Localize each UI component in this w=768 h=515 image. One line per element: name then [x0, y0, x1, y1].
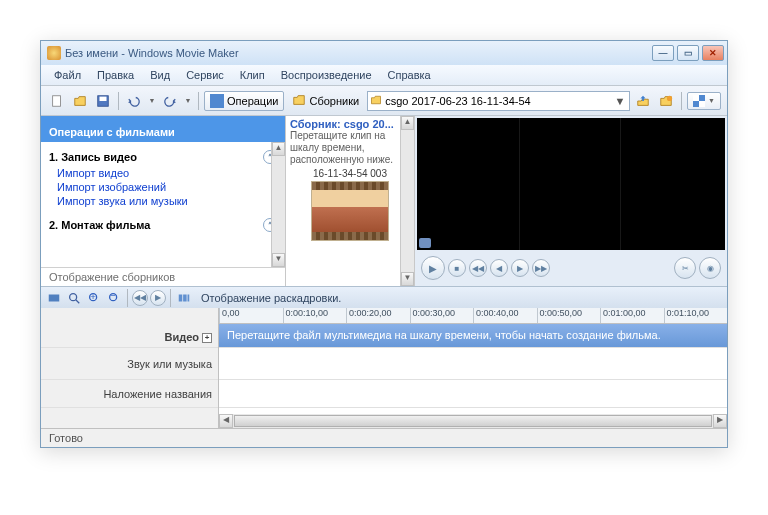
menu-clip[interactable]: Клип [233, 67, 272, 83]
menu-edit[interactable]: Правка [90, 67, 141, 83]
svg-rect-0 [53, 95, 61, 106]
svg-rect-11 [179, 294, 183, 301]
track-labels: Видео + Звук или музыка Наложение назван… [41, 308, 219, 428]
play-button[interactable]: ▶ [421, 256, 445, 280]
video-track[interactable]: Перетащите файл мультимедиа на шкалу вре… [219, 324, 727, 348]
scroll-down-icon[interactable]: ▼ [272, 253, 285, 267]
timeline-body[interactable]: 0,00 0:00:10,00 0:00:20,00 0:00:30,00 0:… [219, 308, 727, 428]
section-edit: 2. Монтаж фильма ˄ [49, 218, 277, 232]
open-button[interactable] [70, 91, 90, 111]
storyboard-label[interactable]: Отображение раскадровки. [201, 292, 341, 304]
folder-icon [292, 93, 306, 109]
timeline-view-button[interactable] [45, 289, 63, 307]
next-button[interactable]: ▶▶ [532, 259, 550, 277]
audio-track[interactable] [219, 348, 727, 380]
preview-monitor [417, 118, 725, 250]
zoom-tool-button[interactable] [65, 289, 83, 307]
clip-thumbnail[interactable] [311, 181, 389, 241]
menu-view[interactable]: Вид [143, 67, 177, 83]
preview-pane: ▶ ■ ◀◀ ◀ ▶ ▶▶ ✂ ◉ [415, 116, 727, 286]
menu-help[interactable]: Справка [381, 67, 438, 83]
separator [127, 289, 128, 307]
task-import-video[interactable]: Импорт видео [49, 166, 277, 180]
zoom-out-button[interactable]: − [105, 289, 123, 307]
tasks-pane: Операции с фильмами 1. Запись видео ˄ Им… [41, 116, 285, 286]
folder-icon [370, 94, 382, 108]
forward-button[interactable]: ▶ [511, 259, 529, 277]
track-label-audio: Звук или музыка [41, 348, 218, 380]
scroll-up-icon[interactable]: ▲ [401, 116, 414, 130]
undo-dropdown-icon[interactable]: ▼ [147, 91, 157, 111]
expand-icon[interactable]: + [202, 333, 212, 343]
title-track[interactable] [219, 380, 727, 408]
svg-rect-13 [188, 294, 190, 301]
main-area: Операции с фильмами 1. Запись видео ˄ Им… [41, 116, 727, 286]
status-bar: Готово [41, 428, 727, 447]
task-import-audio[interactable]: Импорт звука или музыки [49, 194, 277, 208]
scroll-left-icon[interactable]: ◀ [219, 414, 233, 428]
timeline: Видео + Звук или музыка Наложение назван… [41, 308, 727, 428]
seek-handle[interactable] [419, 238, 431, 248]
app-window: Без имени - Windows Movie Maker — ▭ ✕ Фа… [40, 40, 728, 448]
separator [118, 92, 119, 110]
split-button[interactable]: ✂ [674, 257, 696, 279]
tasks-scrollbar[interactable]: ▲ ▼ [271, 142, 285, 267]
chevron-down-icon: ▼ [708, 97, 715, 104]
menu-file[interactable]: Файл [47, 67, 88, 83]
tl-rewind-button[interactable]: ◀◀ [132, 290, 148, 306]
tick: 0:00:20,00 [346, 308, 410, 323]
tasks-header: Операции с фильмами [41, 116, 285, 142]
tl-play-button[interactable]: ▶ [150, 290, 166, 306]
track-label-title: Наложение названия [41, 380, 218, 408]
collection-combo-value: csgo 2017-06-23 16-11-34-54 [385, 95, 610, 107]
collection-combo[interactable]: csgo 2017-06-23 16-11-34-54 ▼ [367, 91, 630, 111]
collection-scrollbar[interactable]: ▲ ▼ [400, 116, 414, 286]
scroll-up-icon[interactable]: ▲ [272, 142, 285, 156]
prev-button[interactable]: ◀◀ [469, 259, 487, 277]
menu-tools[interactable]: Сервис [179, 67, 231, 83]
redo-dropdown-icon[interactable]: ▼ [183, 91, 193, 111]
tasks-footer: Отображение сборников [41, 267, 285, 286]
task-import-pictures[interactable]: Импорт изображений [49, 180, 277, 194]
tick: 0:01:10,00 [664, 308, 728, 323]
scroll-down-icon[interactable]: ▼ [401, 272, 414, 286]
collections-toggle-button[interactable]: Сборники [287, 91, 364, 111]
collection-pane: Сборник: csgo 20... Перетащите клип на ш… [285, 116, 415, 286]
rewind-button[interactable]: ◀ [490, 259, 508, 277]
undo-button[interactable] [124, 91, 144, 111]
video-label: Видео [164, 331, 199, 343]
view-mode-button[interactable]: ▼ [687, 92, 721, 110]
scroll-right-icon[interactable]: ▶ [713, 414, 727, 428]
menu-play[interactable]: Воспроизведение [274, 67, 379, 83]
video-track-hint: Перетащите файл мультимедиа на шкалу вре… [227, 329, 661, 341]
up-level-button[interactable] [633, 91, 653, 111]
minimize-button[interactable]: — [652, 45, 674, 61]
timeline-hscroll[interactable]: ◀ ▶ [219, 414, 727, 428]
close-button[interactable]: ✕ [702, 45, 724, 61]
save-button[interactable] [93, 91, 113, 111]
titlebar[interactable]: Без имени - Windows Movie Maker — ▭ ✕ [41, 41, 727, 65]
maximize-button[interactable]: ▭ [677, 45, 699, 61]
chevron-down-icon[interactable]: ▼ [613, 95, 627, 107]
time-ruler[interactable]: 0,00 0:00:10,00 0:00:20,00 0:00:30,00 0:… [219, 308, 727, 324]
redo-button[interactable] [160, 91, 180, 111]
tasks-toggle-button[interactable]: Операции [204, 91, 284, 111]
tick: 0:00:10,00 [283, 308, 347, 323]
collection-header: Сборник: csgo 20... [290, 118, 410, 130]
new-button[interactable] [47, 91, 67, 111]
separator [681, 92, 682, 110]
menubar: Файл Правка Вид Сервис Клип Воспроизведе… [41, 65, 727, 86]
svg-line-6 [76, 299, 80, 303]
scroll-thumb[interactable] [234, 415, 712, 427]
new-folder-button[interactable] [656, 91, 676, 111]
zoom-in-button[interactable]: + [85, 289, 103, 307]
tick: 0:00:50,00 [537, 308, 601, 323]
svg-point-3 [667, 95, 672, 100]
storyboard-button[interactable] [175, 289, 193, 307]
stop-button[interactable]: ■ [448, 259, 466, 277]
tick: 0:00:40,00 [473, 308, 537, 323]
tasks-toggle-label: Операции [227, 95, 278, 107]
section-capture-label: 1. Запись видео [49, 151, 137, 163]
separator [170, 289, 171, 307]
snapshot-button[interactable]: ◉ [699, 257, 721, 279]
